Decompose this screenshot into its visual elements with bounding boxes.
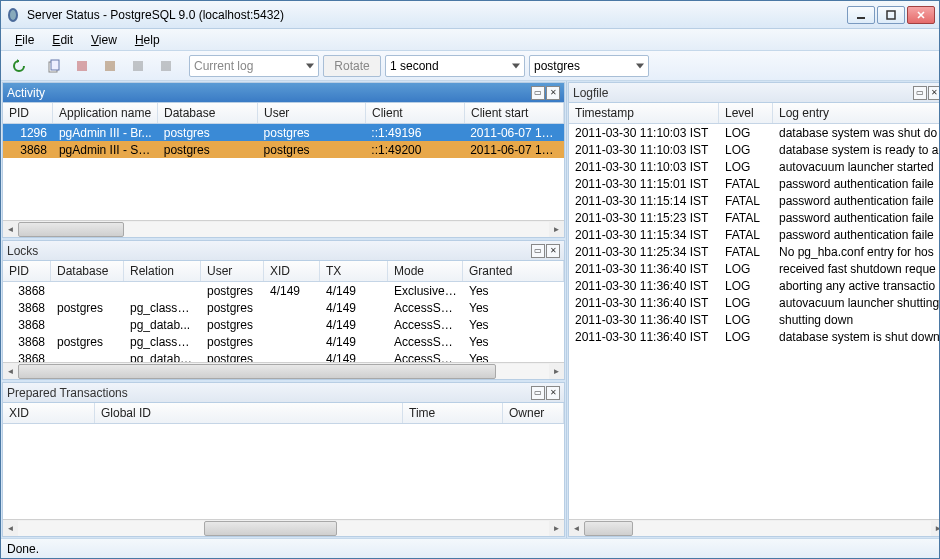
- col-gid[interactable]: Global ID: [95, 403, 403, 423]
- rotate-button[interactable]: Rotate: [323, 55, 381, 77]
- prepared-rows[interactable]: [3, 424, 564, 519]
- scroll-left-icon[interactable]: ◄: [3, 222, 18, 237]
- col-mode[interactable]: Mode: [388, 261, 463, 281]
- scroll-left-icon[interactable]: ◄: [569, 521, 584, 536]
- menu-edit[interactable]: Edit: [44, 31, 81, 49]
- terminate-backend-icon[interactable]: [98, 54, 122, 78]
- logfile-header: Logfile ▭✕: [569, 83, 939, 103]
- table-row[interactable]: 2011-03-30 11:10:03 ISTLOGdatabase syste…: [569, 124, 939, 141]
- col-pid[interactable]: PID: [3, 261, 51, 281]
- rollback-icon[interactable]: [154, 54, 178, 78]
- scroll-right-icon[interactable]: ►: [931, 521, 939, 536]
- col-user[interactable]: User: [258, 103, 366, 123]
- cell: 4/149: [320, 318, 388, 332]
- table-row[interactable]: 3868pgAdmin III - Se...postgrespostgres:…: [3, 141, 564, 158]
- cell: LOG: [719, 279, 773, 293]
- col-db[interactable]: Database: [51, 261, 124, 281]
- table-row[interactable]: 2011-03-30 11:10:03 ISTLOGdatabase syste…: [569, 141, 939, 158]
- cell: ExclusiveL...: [388, 284, 463, 298]
- panel-close-icon[interactable]: ✕: [546, 244, 560, 258]
- cell: FATAL: [719, 245, 773, 259]
- table-row[interactable]: 2011-03-30 11:15:34 ISTFATALpassword aut…: [569, 226, 939, 243]
- scroll-right-icon[interactable]: ►: [549, 521, 564, 536]
- panel-close-icon[interactable]: ✕: [546, 86, 560, 100]
- table-row[interactable]: 1296pgAdmin III - Br...postgrespostgres:…: [3, 124, 564, 141]
- col-tx[interactable]: TX: [320, 261, 388, 281]
- table-row[interactable]: 2011-03-30 11:25:34 ISTFATALNo pg_hba.co…: [569, 243, 939, 260]
- panel-restore-icon[interactable]: ▭: [531, 386, 545, 400]
- panel-restore-icon[interactable]: ▭: [531, 86, 545, 100]
- activity-panel: Activity ▭✕ PID Application name Databas…: [2, 82, 565, 238]
- commit-icon[interactable]: [126, 54, 150, 78]
- logfile-rows[interactable]: 2011-03-30 11:10:03 ISTLOGdatabase syste…: [569, 124, 939, 519]
- table-row[interactable]: 2011-03-30 11:36:40 ISTLOGshutting down: [569, 311, 939, 328]
- col-pid[interactable]: PID: [3, 103, 53, 123]
- table-row[interactable]: 3868postgrespg_class_r...postgres4/149Ac…: [3, 299, 564, 316]
- logfile-hscroll[interactable]: ◄ ►: [569, 519, 939, 536]
- col-start[interactable]: Client start: [465, 103, 564, 123]
- panel-restore-icon[interactable]: ▭: [531, 244, 545, 258]
- copy-icon[interactable]: [42, 54, 66, 78]
- col-ts[interactable]: Timestamp: [569, 103, 719, 123]
- col-client[interactable]: Client: [366, 103, 465, 123]
- activity-hscroll[interactable]: ◄ ►: [3, 220, 564, 237]
- panel-close-icon[interactable]: ✕: [546, 386, 560, 400]
- col-xid[interactable]: XID: [3, 403, 95, 423]
- cell: 3868: [3, 352, 51, 363]
- panel-restore-icon[interactable]: ▭: [913, 86, 927, 100]
- table-row[interactable]: 2011-03-30 11:15:01 ISTFATALpassword aut…: [569, 175, 939, 192]
- table-row[interactable]: 2011-03-30 11:36:40 ISTLOGreceived fast …: [569, 260, 939, 277]
- col-owner[interactable]: Owner: [503, 403, 564, 423]
- col-db[interactable]: Database: [158, 103, 258, 123]
- cell: 3868: [3, 284, 51, 298]
- col-level[interactable]: Level: [719, 103, 773, 123]
- app-icon: [5, 7, 21, 23]
- currentlog-placeholder: Current log: [194, 59, 253, 73]
- table-row[interactable]: 3868postgrespg_class_r...postgres4/149Ac…: [3, 333, 564, 350]
- database-combo[interactable]: postgres: [529, 55, 649, 77]
- scroll-right-icon[interactable]: ►: [549, 364, 564, 379]
- close-button[interactable]: [907, 6, 935, 24]
- col-time[interactable]: Time: [403, 403, 503, 423]
- col-rel[interactable]: Relation: [124, 261, 201, 281]
- cell: Yes: [463, 352, 523, 363]
- refresh-interval-combo[interactable]: 1 second: [385, 55, 525, 77]
- cell: 2011-03-30 11:15:01 IST: [569, 177, 719, 191]
- table-row[interactable]: 3868postgres4/1494/149ExclusiveL...Yes: [3, 282, 564, 299]
- locks-rows[interactable]: 3868postgres4/1494/149ExclusiveL...Yes38…: [3, 282, 564, 362]
- table-row[interactable]: 3868pg_databasepostgres4/149AccessSha...…: [3, 350, 564, 362]
- menu-help[interactable]: Help: [127, 31, 168, 49]
- minimize-button[interactable]: [847, 6, 875, 24]
- table-row[interactable]: 2011-03-30 11:36:40 ISTLOGautovacuum lau…: [569, 294, 939, 311]
- scroll-left-icon[interactable]: ◄: [3, 364, 18, 379]
- cancel-query-icon[interactable]: [70, 54, 94, 78]
- table-row[interactable]: 2011-03-30 11:10:03 ISTLOGautovacuum lau…: [569, 158, 939, 175]
- menu-view[interactable]: View: [83, 31, 125, 49]
- toolbar: Current log Rotate 1 second postgres: [1, 51, 939, 81]
- cell: LOG: [719, 296, 773, 310]
- table-row[interactable]: 2011-03-30 11:36:40 ISTLOGaborting any a…: [569, 277, 939, 294]
- scroll-right-icon[interactable]: ►: [549, 222, 564, 237]
- maximize-button[interactable]: [877, 6, 905, 24]
- col-xid[interactable]: XID: [264, 261, 320, 281]
- table-row[interactable]: 2011-03-30 11:36:40 ISTLOGdatabase syste…: [569, 328, 939, 345]
- col-entry[interactable]: Log entry: [773, 103, 939, 123]
- menu-file[interactable]: File: [7, 31, 42, 49]
- cell: 3868: [3, 143, 53, 157]
- table-row[interactable]: 3868pg_datab...postgres4/149AccessSha...…: [3, 316, 564, 333]
- table-row[interactable]: 2011-03-30 11:15:14 ISTFATALpassword aut…: [569, 192, 939, 209]
- col-granted[interactable]: Granted: [463, 261, 564, 281]
- cell: postgres: [201, 318, 264, 332]
- col-user[interactable]: User: [201, 261, 264, 281]
- currentlog-combo[interactable]: Current log: [189, 55, 319, 77]
- locks-hscroll[interactable]: ◄ ►: [3, 362, 564, 379]
- cell: 2011-03-30 11:36:40 IST: [569, 330, 719, 344]
- prepared-hscroll[interactable]: ◄ ►: [3, 519, 564, 536]
- cell: pg_datab...: [124, 318, 201, 332]
- refresh-icon[interactable]: [7, 54, 31, 78]
- panel-close-icon[interactable]: ✕: [928, 86, 939, 100]
- col-app[interactable]: Application name: [53, 103, 158, 123]
- table-row[interactable]: 2011-03-30 11:15:23 ISTFATALpassword aut…: [569, 209, 939, 226]
- activity-rows[interactable]: 1296pgAdmin III - Br...postgrespostgres:…: [3, 124, 564, 220]
- scroll-left-icon[interactable]: ◄: [3, 521, 18, 536]
